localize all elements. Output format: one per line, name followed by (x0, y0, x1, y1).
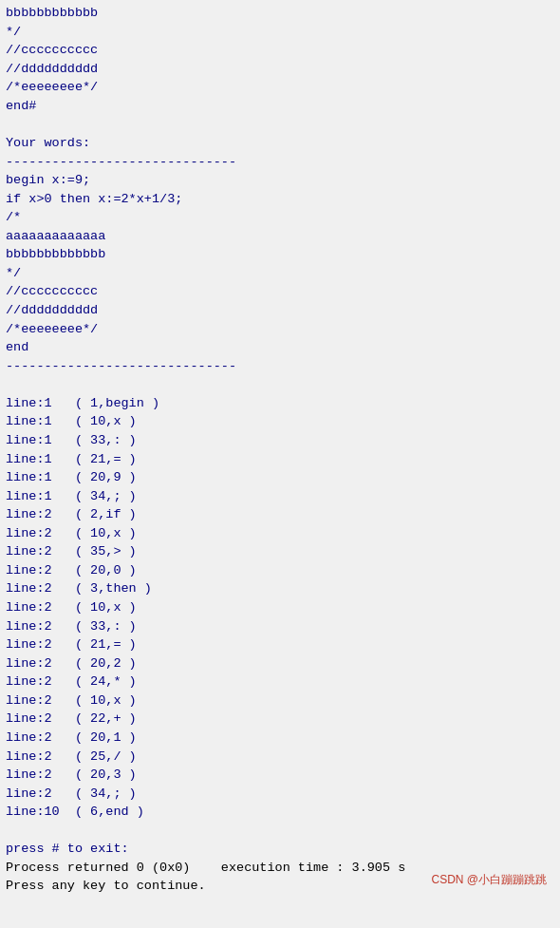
output-top: bbbbbbbbbbbb */ //cccccccccc //ddddddddd… (6, 4, 554, 394)
token-line: line:2 ( 25,/ ) (6, 748, 554, 767)
token-line: line:2 ( 24,* ) (6, 672, 554, 691)
output-line: if x>0 then x:=2*x+1/3; (6, 190, 554, 209)
token-line: line:1 ( 20,9 ) (6, 468, 554, 487)
token-line: line:1 ( 33,: ) (6, 431, 554, 450)
token-line: line:2 ( 20,3 ) (6, 766, 554, 785)
output-line: Your words: (6, 134, 554, 153)
token-line: line:2 ( 2,if ) (6, 505, 554, 524)
token-line: line:2 ( 3,then ) (6, 579, 554, 598)
token-line: line:1 ( 1,begin ) (6, 394, 554, 413)
token-line: line:2 ( 10,x ) (6, 598, 554, 617)
watermark: CSDN @小白蹦蹦跳跳 (431, 872, 547, 888)
output-line: /* (6, 208, 554, 227)
output-line: aaaaaaaaaaaaa (6, 227, 554, 246)
status-area: press # to exit: Process returned 0 (0x0… (6, 822, 554, 896)
output-line: */ (6, 23, 554, 42)
token-line: line:2 ( 21,= ) (6, 635, 554, 654)
output-line: bbbbbbbbbbbb (6, 4, 554, 23)
token-line: line:2 ( 34,; ) (6, 785, 554, 804)
token-output: line:1 ( 1,begin ) line:1 ( 10,x ) line:… (6, 394, 554, 822)
output-line (6, 375, 554, 394)
press-hash-line: press # to exit: (6, 840, 554, 859)
output-line: //dddddddddd (6, 60, 554, 79)
token-line: line:2 ( 20,0 ) (6, 561, 554, 580)
output-divider-bottom: ------------------------------ (6, 357, 554, 376)
output-line: end# (6, 97, 554, 116)
output-line: end (6, 338, 554, 357)
token-line: line:1 ( 21,= ) (6, 450, 554, 469)
token-line: line:10 ( 6,end ) (6, 803, 554, 822)
spacer-line (6, 822, 554, 841)
token-line: line:1 ( 10,x ) (6, 412, 554, 431)
output-line: bbbbbbbbbbbbb (6, 245, 554, 264)
output-divider-top: ------------------------------ (6, 153, 554, 172)
token-line: line:2 ( 22,+ ) (6, 710, 554, 729)
output-line: begin x:=9; (6, 171, 554, 190)
token-line: line:2 ( 35,> ) (6, 542, 554, 561)
token-line: line:2 ( 10,x ) (6, 524, 554, 543)
output-line: //cccccccccc (6, 282, 554, 301)
output-line: /*eeeeeeee*/ (6, 78, 554, 97)
output-line (6, 115, 554, 134)
token-line: line:2 ( 20,2 ) (6, 654, 554, 673)
token-line: line:2 ( 10,x ) (6, 691, 554, 710)
output-line: //dddddddddd (6, 301, 554, 320)
terminal-window: bbbbbbbbbbbb */ //cccccccccc //ddddddddd… (0, 0, 560, 928)
output-line: /*eeeeeeee*/ (6, 320, 554, 339)
output-line: //cccccccccc (6, 41, 554, 60)
token-line: line:2 ( 33,: ) (6, 617, 554, 636)
token-line: line:2 ( 20,1 ) (6, 729, 554, 748)
token-line: line:1 ( 34,; ) (6, 487, 554, 506)
output-line: */ (6, 264, 554, 283)
